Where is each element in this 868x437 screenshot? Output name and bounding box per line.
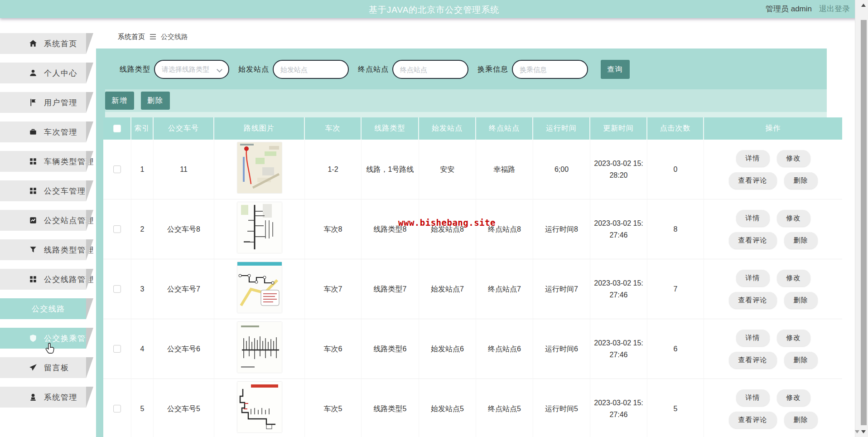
detail-button[interactable]: 详情: [736, 210, 770, 227]
filter-icon: [29, 246, 37, 254]
table-row: 5公交车号5车次5线路类型5始发站点5终点站点5运行时间52023-03-02 …: [103, 379, 842, 437]
delete-row-button[interactable]: 删除: [784, 292, 818, 309]
sidebar-item-home[interactable]: 系统首页: [0, 33, 86, 54]
col-header-trip: 车次: [305, 117, 362, 140]
scroll-down-arrow-icon[interactable]: [861, 430, 866, 433]
bus-number: 公交车号8: [154, 199, 214, 259]
transfer-info-input[interactable]: [520, 66, 580, 73]
home-icon: [29, 39, 37, 48]
trip: 车次7: [305, 259, 362, 319]
col-header-index: 索引: [131, 117, 154, 140]
run-time: 6;00: [533, 140, 590, 199]
route-type: 线路，1号路线: [362, 140, 419, 199]
edit-button[interactable]: 修改: [777, 330, 810, 346]
logout-link[interactable]: 退出登录: [819, 5, 850, 13]
sidebar: 系统首页个人中心用户管理车次管理车辆类型管理公交车管理公交站点管理线路类型管理公…: [0, 18, 96, 437]
table-row: 1111-2线路，1号路线安安幸福路6;002023-03-02 15:28:2…: [103, 140, 842, 199]
view-comments-button[interactable]: 查看评论: [729, 412, 777, 428]
row-checkbox[interactable]: [113, 345, 121, 353]
row-index: 5: [131, 379, 154, 437]
sidebar-item-system-management[interactable]: 系统管理: [0, 387, 86, 408]
table-row: 2公交车号8车次8线路类型8始发站点8终点站点8运行时间82023-03-02 …: [103, 199, 842, 259]
view-comments-button[interactable]: 查看评论: [729, 232, 777, 249]
click-count: 0: [647, 140, 704, 199]
select-all-checkbox[interactable]: [113, 125, 121, 132]
bus-number: 公交车号5: [154, 379, 214, 437]
edit-button[interactable]: 修改: [777, 150, 810, 167]
detail-button[interactable]: 详情: [736, 270, 770, 286]
end-station-input[interactable]: [400, 66, 461, 73]
sidebar-item-bus-route[interactable]: 公交线路: [0, 298, 86, 319]
row-checkbox[interactable]: [113, 165, 121, 173]
sidebar-item-bus-route-management[interactable]: 公交线路管理: [0, 269, 86, 290]
scrollbar-thumb[interactable]: [861, 20, 867, 425]
sidebar-item-vehicle-type-management[interactable]: 车辆类型管理: [0, 151, 86, 172]
vertical-scrollbar[interactable]: [855, 0, 868, 437]
sidebar-item-label: 公交线路管理: [44, 274, 94, 285]
delete-button[interactable]: 删除: [141, 92, 170, 110]
end-station: 终点站点5: [476, 379, 533, 437]
table-header-row: 索引 公交车号 路线图片 车次 线路类型 始发站点 终点站点 运行时间 更新时间…: [103, 117, 842, 140]
search-button[interactable]: 查询: [601, 60, 630, 79]
view-comments-button[interactable]: 查看评论: [729, 292, 777, 309]
route-type: 线路类型7: [362, 259, 419, 319]
click-count: 8: [647, 199, 704, 259]
route-map-thumbnail[interactable]: [237, 142, 282, 193]
grid-icon: [29, 157, 37, 165]
edit-button[interactable]: 修改: [777, 210, 810, 227]
grid-icon: [29, 275, 37, 283]
delete-row-button[interactable]: 删除: [784, 352, 818, 369]
sidebar-item-bus-management[interactable]: 公交车管理: [0, 180, 86, 201]
route-map-thumbnail[interactable]: [237, 322, 282, 373]
view-comments-button[interactable]: 查看评论: [729, 352, 777, 369]
breadcrumb: 系统首页 公交线路: [96, 26, 854, 48]
row-checkbox[interactable]: [113, 405, 121, 413]
row-checkbox[interactable]: [113, 225, 121, 233]
scroll-up-arrow-icon[interactable]: [861, 4, 866, 7]
add-button[interactable]: 新增: [105, 92, 134, 110]
edit-button[interactable]: 修改: [777, 389, 810, 406]
route-map-thumbnail[interactable]: [237, 382, 282, 432]
admin-user-label: 管理员 admin: [766, 5, 812, 13]
detail-button[interactable]: 详情: [736, 330, 770, 346]
updated-time: 2023-03-02 15:28:20: [590, 140, 647, 199]
top-header-bar: 基于JAVA的北京市公交管理系统 管理员 admin退出登录: [0, 0, 868, 18]
chevron-down-icon: [217, 67, 222, 73]
start-station: 始发站点5: [419, 379, 476, 437]
bus-number: 公交车号7: [154, 259, 214, 319]
sidebar-item-route-type-management[interactable]: 线路类型管理: [0, 239, 86, 260]
row-index: 2: [131, 199, 154, 259]
detail-button[interactable]: 详情: [736, 389, 770, 406]
row-checkbox[interactable]: [113, 285, 121, 293]
trip: 车次5: [305, 379, 362, 437]
route-map-thumbnail[interactable]: [237, 262, 282, 313]
sidebar-item-label: 线路类型管理: [44, 245, 94, 255]
breadcrumb-separator-icon: [150, 34, 156, 39]
app-title: 基于JAVA的北京市公交管理系统: [369, 4, 500, 16]
view-comments-button[interactable]: 查看评论: [729, 172, 777, 189]
trip: 车次8: [305, 199, 362, 259]
run-time: 运行时间7: [533, 259, 590, 319]
row-index: 4: [131, 319, 154, 379]
detail-button[interactable]: 详情: [736, 150, 770, 167]
sidebar-item-transfer-management[interactable]: 公交换乘管理: [0, 328, 86, 349]
sidebar-item-message-board[interactable]: 留言板: [0, 357, 86, 378]
delete-row-button[interactable]: 删除: [784, 412, 818, 428]
edit-button[interactable]: 修改: [777, 270, 810, 286]
sidebar-item-profile[interactable]: 个人中心: [0, 63, 86, 83]
route-type: 线路类型5: [362, 379, 419, 437]
sidebar-item-trip-management[interactable]: 车次管理: [0, 121, 86, 142]
row-actions: 详情修改查看评论删除: [716, 210, 830, 249]
route-type-select[interactable]: 请选择线路类型: [154, 60, 229, 79]
grid-icon: [29, 187, 37, 195]
sidebar-item-user-management[interactable]: 用户管理: [0, 92, 86, 113]
click-count: 5: [647, 379, 704, 437]
route-map-thumbnail[interactable]: [237, 202, 282, 253]
sidebar-item-label: 系统首页: [44, 39, 77, 49]
start-station-input[interactable]: [280, 66, 341, 73]
breadcrumb-home[interactable]: 系统首页: [118, 33, 145, 41]
route-type-select-placeholder: 请选择线路类型: [162, 65, 215, 74]
delete-row-button[interactable]: 删除: [784, 172, 818, 189]
delete-row-button[interactable]: 删除: [784, 232, 818, 249]
sidebar-item-bus-station-management[interactable]: 公交站点管理: [0, 210, 86, 231]
